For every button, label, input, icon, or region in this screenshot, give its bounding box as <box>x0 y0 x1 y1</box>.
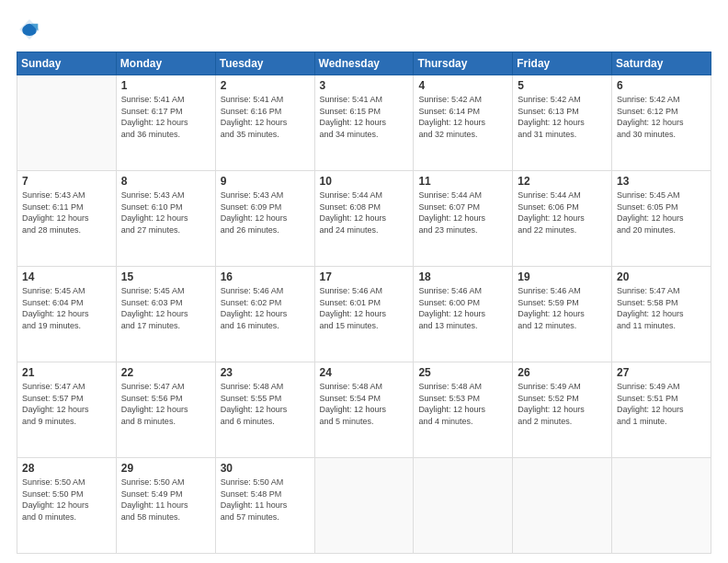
day-number: 25 <box>418 366 507 379</box>
cell-text-line: and 9 minutes. <box>22 416 111 428</box>
cell-text-line: Daylight: 12 hours <box>121 117 210 129</box>
cell-text-line: Sunrise: 5:50 AM <box>121 477 210 488</box>
calendar-day-header: Thursday <box>414 52 513 75</box>
cell-text-line: and 0 minutes. <box>22 511 111 523</box>
day-number: 9 <box>221 175 310 188</box>
day-number: 29 <box>121 462 210 475</box>
day-number: 12 <box>518 175 607 188</box>
calendar-cell: 23Sunrise: 5:48 AMSunset: 5:55 PMDayligh… <box>215 362 314 458</box>
cell-text-line: Sunset: 6:16 PM <box>221 106 310 118</box>
cell-text-line: and 58 minutes. <box>121 511 210 523</box>
cell-text-line: Sunrise: 5:46 AM <box>418 285 507 297</box>
day-number: 11 <box>418 175 507 188</box>
calendar-cell: 21Sunrise: 5:47 AMSunset: 5:57 PMDayligh… <box>17 362 117 458</box>
cell-text-line: Sunset: 6:17 PM <box>121 106 210 118</box>
cell-text-line: Sunset: 5:49 PM <box>121 488 210 500</box>
calendar-header-row: SundayMondayTuesdayWednesdayThursdayFrid… <box>17 52 711 75</box>
day-number: 22 <box>121 366 210 379</box>
cell-text-line: and 8 minutes. <box>121 416 210 428</box>
calendar-week-row: 28Sunrise: 5:50 AMSunset: 5:50 PMDayligh… <box>17 458 711 554</box>
cell-text-line: Sunset: 5:59 PM <box>518 297 607 309</box>
day-number: 24 <box>320 366 409 379</box>
day-number: 23 <box>221 366 310 379</box>
calendar-cell: 30Sunrise: 5:50 AMSunset: 5:48 PMDayligh… <box>215 458 314 554</box>
cell-text-line: and 15 minutes. <box>320 320 409 332</box>
calendar-table: SundayMondayTuesdayWednesdayThursdayFrid… <box>17 52 711 554</box>
calendar-cell: 13Sunrise: 5:45 AMSunset: 6:05 PMDayligh… <box>612 171 711 267</box>
cell-text-line: Sunset: 6:05 PM <box>617 201 706 213</box>
cell-text-line: Daylight: 12 hours <box>617 213 706 224</box>
cell-text-line: Sunset: 5:56 PM <box>121 393 210 405</box>
cell-text-line: Sunset: 6:10 PM <box>121 201 210 213</box>
calendar-cell: 19Sunrise: 5:46 AMSunset: 5:59 PMDayligh… <box>513 267 612 362</box>
calendar-cell: 26Sunrise: 5:49 AMSunset: 5:52 PMDayligh… <box>513 362 612 458</box>
calendar-cell: 25Sunrise: 5:48 AMSunset: 5:53 PMDayligh… <box>414 362 513 458</box>
cell-text-line: and 26 minutes. <box>221 224 310 236</box>
cell-text-line: Sunset: 5:50 PM <box>22 488 111 500</box>
day-number: 6 <box>617 79 706 92</box>
cell-text-line: Sunrise: 5:49 AM <box>518 381 607 393</box>
cell-text-line: Daylight: 12 hours <box>418 308 507 320</box>
calendar-cell: 7Sunrise: 5:43 AMSunset: 6:11 PMDaylight… <box>17 171 117 267</box>
cell-text-line: Daylight: 12 hours <box>320 404 409 416</box>
calendar-cell: 29Sunrise: 5:50 AMSunset: 5:49 PMDayligh… <box>116 458 215 554</box>
day-number: 27 <box>617 366 706 379</box>
calendar-day-header: Sunday <box>17 52 117 75</box>
calendar-cell: 12Sunrise: 5:44 AMSunset: 6:06 PMDayligh… <box>513 171 612 267</box>
calendar-cell: 6Sunrise: 5:42 AMSunset: 6:12 PMDaylight… <box>612 75 711 171</box>
calendar-cell: 15Sunrise: 5:45 AMSunset: 6:03 PMDayligh… <box>116 267 215 362</box>
day-number: 14 <box>22 270 111 283</box>
calendar-cell <box>17 75 117 171</box>
cell-text-line: Daylight: 12 hours <box>22 404 111 416</box>
logo-icon <box>17 17 42 42</box>
cell-text-line: Sunset: 6:01 PM <box>320 297 409 309</box>
calendar-cell: 18Sunrise: 5:46 AMSunset: 6:00 PMDayligh… <box>414 267 513 362</box>
cell-text-line: Daylight: 12 hours <box>418 213 507 224</box>
cell-text-line: and 22 minutes. <box>518 224 607 236</box>
logo <box>17 17 46 42</box>
cell-text-line: Sunset: 6:12 PM <box>617 106 706 118</box>
calendar-day-header: Monday <box>116 52 215 75</box>
cell-text-line: and 16 minutes. <box>221 320 310 332</box>
cell-text-line: Sunrise: 5:42 AM <box>418 94 507 106</box>
cell-text-line: Sunset: 6:03 PM <box>121 297 210 309</box>
cell-text-line: and 27 minutes. <box>121 224 210 236</box>
cell-text-line: and 4 minutes. <box>418 416 507 428</box>
cell-text-line: Sunrise: 5:42 AM <box>518 94 607 106</box>
day-number: 10 <box>320 175 409 188</box>
calendar-cell: 4Sunrise: 5:42 AMSunset: 6:14 PMDaylight… <box>414 75 513 171</box>
cell-text-line: Daylight: 12 hours <box>617 404 706 416</box>
cell-text-line: and 34 minutes. <box>320 129 409 141</box>
cell-text-line: and 1 minute. <box>617 416 706 428</box>
cell-text-line: Daylight: 12 hours <box>518 308 607 320</box>
cell-text-line: Daylight: 12 hours <box>22 308 111 320</box>
calendar-day-header: Friday <box>513 52 612 75</box>
cell-text-line: Daylight: 12 hours <box>320 117 409 129</box>
day-number: 7 <box>22 175 111 188</box>
cell-text-line: Sunrise: 5:47 AM <box>22 381 111 393</box>
calendar-week-row: 7Sunrise: 5:43 AMSunset: 6:11 PMDaylight… <box>17 171 711 267</box>
cell-text-line: Sunset: 5:53 PM <box>418 393 507 405</box>
calendar-cell <box>314 458 414 554</box>
calendar-cell <box>612 458 711 554</box>
calendar-cell <box>513 458 612 554</box>
calendar-cell: 11Sunrise: 5:44 AMSunset: 6:07 PMDayligh… <box>414 171 513 267</box>
cell-text-line: Daylight: 11 hours <box>121 500 210 511</box>
calendar-day-header: Saturday <box>612 52 711 75</box>
cell-text-line: Sunrise: 5:41 AM <box>320 94 409 106</box>
cell-text-line: Sunset: 5:54 PM <box>320 393 409 405</box>
cell-text-line: Daylight: 12 hours <box>121 308 210 320</box>
cell-text-line: Sunset: 6:15 PM <box>320 106 409 118</box>
day-number: 8 <box>121 175 210 188</box>
cell-text-line: Sunrise: 5:45 AM <box>121 285 210 297</box>
cell-text-line: Daylight: 12 hours <box>518 404 607 416</box>
day-number: 28 <box>22 462 111 475</box>
cell-text-line: Sunrise: 5:41 AM <box>121 94 210 106</box>
cell-text-line: Daylight: 12 hours <box>418 117 507 129</box>
calendar-cell: 16Sunrise: 5:46 AMSunset: 6:02 PMDayligh… <box>215 267 314 362</box>
cell-text-line: Sunrise: 5:43 AM <box>121 190 210 201</box>
calendar-week-row: 14Sunrise: 5:45 AMSunset: 6:04 PMDayligh… <box>17 267 711 362</box>
cell-text-line: Daylight: 12 hours <box>221 117 310 129</box>
cell-text-line: Sunrise: 5:46 AM <box>320 285 409 297</box>
calendar-cell: 8Sunrise: 5:43 AMSunset: 6:10 PMDaylight… <box>116 171 215 267</box>
